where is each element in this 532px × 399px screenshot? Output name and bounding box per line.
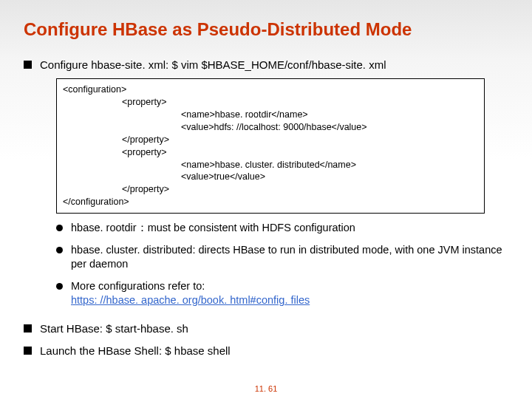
sub-bullet-list: hbase. rootdir：must be consistent with H… [40,221,508,308]
code-line: </property> [63,183,478,196]
sub-text: ：must be consistent with HDFS configurat… [137,222,355,233]
page-number: 11. 61 [0,384,532,393]
bullet-text: Configure hbase-site. xml: $ vim $HBASE_… [40,58,386,71]
code-line: </property> [63,134,478,146]
code-line: </configuration> [63,197,129,207]
bullet-configure-site: Configure hbase-site. xml: $ vim $HBASE_… [24,58,508,308]
code-line: <value>hdfs: //localhost: 9000/hbase</va… [63,121,478,134]
code-line: <property> [63,96,478,109]
bullet-launch-shell: Launch the HBase Shell: $ hbase shell [24,344,508,358]
code-line: <name>hbase. cluster. distributed</name> [63,159,478,171]
code-line: <name>hbase. rootdir</name> [63,109,478,121]
sub-bullet-rootdir: hbase. rootdir：must be consistent with H… [56,221,508,236]
sub-text: hbase. cluster. distributed: directs HBa… [71,244,502,270]
code-box: <configuration> <property> <name>hbase. … [56,78,485,214]
config-link[interactable]: https: //hbase. apache. org/book. html#c… [71,294,310,306]
bullet-start-hbase: Start HBase: $ start-hbase. sh [24,321,508,336]
slide: Configure HBase as Pseudo-Distributed Mo… [0,0,532,399]
code-line: <configuration> [63,84,126,95]
code-line: <value>true</value> [63,171,478,183]
sub-text: hbase. rootdir [71,222,137,233]
code-line: <property> [63,146,478,159]
bullet-text: Start HBase: $ start-hbase. sh [40,322,188,335]
sub-bullet-more-config: More configurations refer to: https: //h… [56,279,508,308]
sub-text: More configurations refer to: [71,280,205,292]
bullet-list: Configure hbase-site. xml: $ vim $HBASE_… [24,58,508,358]
bullet-text: Launch the HBase Shell: $ hbase shell [40,344,231,357]
page-title: Configure HBase as Pseudo-Distributed Mo… [24,19,508,40]
sub-bullet-distributed: hbase. cluster. distributed: directs HBa… [56,243,508,272]
